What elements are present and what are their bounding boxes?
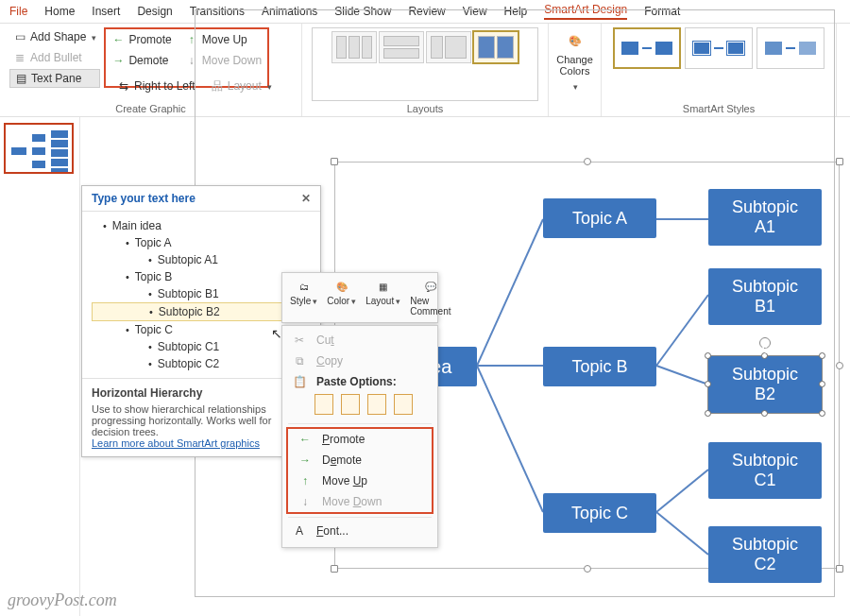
add-bullet-button: ≣Add Bullet	[9, 48, 100, 67]
add-shape-button[interactable]: ▭Add Shape	[9, 27, 100, 46]
svg-line-6	[656, 470, 708, 512]
ctx-cut: ✂Cut	[282, 330, 437, 351]
text-pane-icon: ▤	[14, 72, 27, 85]
slide-panel: 1	[0, 117, 80, 616]
outline-item[interactable]: Topic A	[92, 234, 314, 251]
mini-layout-button[interactable]: ▦Layout	[362, 277, 404, 318]
ctx-copy: ⧉Copy	[282, 351, 437, 371]
outline-item[interactable]: Main idea	[92, 217, 314, 234]
layout-desc-body: Use to show hierarchical relationships p…	[92, 403, 311, 437]
node-sub-c2[interactable]: Subtopic C2	[708, 526, 822, 583]
node-sub-b1[interactable]: Subtopic B1	[708, 268, 822, 325]
node-topic-c[interactable]: Topic C	[543, 493, 656, 533]
ctx-paste-options-header: 📋Paste Options:	[282, 371, 437, 392]
node-topic-b[interactable]: Topic B	[543, 347, 656, 386]
arrow-left-icon: ←	[298, 433, 313, 446]
tab-insert[interactable]: Insert	[92, 5, 120, 18]
tab-design[interactable]: Design	[137, 5, 172, 18]
tab-home[interactable]: Home	[44, 5, 75, 18]
svg-line-0	[477, 219, 543, 366]
slide-thumbnail[interactable]	[4, 123, 74, 174]
paste-option[interactable]	[341, 394, 360, 415]
svg-line-5	[656, 366, 708, 385]
arrow-up-icon: ↑	[298, 474, 313, 488]
right-to-left-button[interactable]: ⇆Right to Left	[113, 77, 199, 95]
node-sub-a1[interactable]: Subtopic A1	[708, 189, 822, 246]
arrow-down-icon: ↓	[298, 495, 313, 508]
outline-item[interactable]: Subtopic A1	[92, 251, 314, 268]
mini-style-button[interactable]: 🗂Style	[286, 277, 321, 318]
clipboard-icon: 📋	[292, 375, 307, 388]
mini-color-button[interactable]: 🎨Color	[323, 277, 360, 318]
node-sub-c1[interactable]: Subtopic C1	[708, 442, 822, 499]
tab-file[interactable]: File	[9, 5, 27, 18]
arrow-left-icon: ←	[111, 33, 125, 46]
font-icon: A	[292, 524, 307, 538]
context-menu: ↖ ✂Cut ⧉Copy 📋Paste Options: ←Promote →D…	[281, 325, 438, 548]
svg-line-7	[656, 512, 708, 555]
text-pane-button[interactable]: ▤Text Pane	[9, 69, 100, 88]
arrow-right-icon: →	[298, 453, 313, 467]
learn-more-link[interactable]: Learn more about SmartArt graphics	[92, 437, 260, 449]
ctx-promote[interactable]: ←Promote	[288, 429, 432, 450]
rtl-icon: ⇆	[117, 79, 130, 93]
svg-line-2	[477, 366, 543, 512]
mini-new-comment-button[interactable]: 💬New Comment	[406, 277, 454, 318]
close-icon[interactable]: ✕	[301, 192, 311, 205]
style-icon: 🗂	[296, 279, 313, 294]
layout-desc-title: Horizontal Hierarchy	[92, 386, 311, 400]
mini-toolbar: 🗂Style 🎨Color ▦Layout 💬New Comment	[281, 272, 438, 323]
promote-button[interactable]: ←Promote	[108, 30, 175, 49]
add-shape-icon: ▭	[13, 30, 26, 43]
ctx-move-up[interactable]: ↑Move Up	[288, 471, 432, 491]
svg-line-4	[656, 295, 708, 366]
text-pane-title: Type your text here	[92, 192, 196, 205]
paste-option[interactable]	[367, 394, 386, 415]
layout-icon: ▦	[375, 279, 392, 294]
node-topic-a[interactable]: Topic A	[543, 198, 656, 238]
watermark: groovyPost.com	[8, 590, 117, 610]
ctx-font[interactable]: AFont...	[282, 521, 437, 541]
comment-icon: 💬	[422, 279, 439, 294]
cursor-icon: ↖	[271, 326, 282, 341]
node-sub-b2-selected[interactable]: Subtopic B2 ↻	[708, 356, 822, 413]
ctx-demote[interactable]: →Demote	[288, 450, 432, 471]
paste-option[interactable]	[394, 394, 413, 415]
copy-icon: ⧉	[292, 354, 307, 368]
ctx-move-down: ↓Move Down	[288, 491, 432, 512]
demote-button[interactable]: →Demote	[108, 51, 175, 70]
arrow-right-icon: →	[111, 54, 125, 67]
paste-option[interactable]	[314, 394, 333, 415]
rotate-handle-icon[interactable]: ↻	[759, 337, 771, 349]
scissors-icon: ✂	[292, 334, 307, 347]
bullet-icon: ≣	[13, 51, 26, 64]
palette-icon: 🎨	[333, 279, 350, 294]
